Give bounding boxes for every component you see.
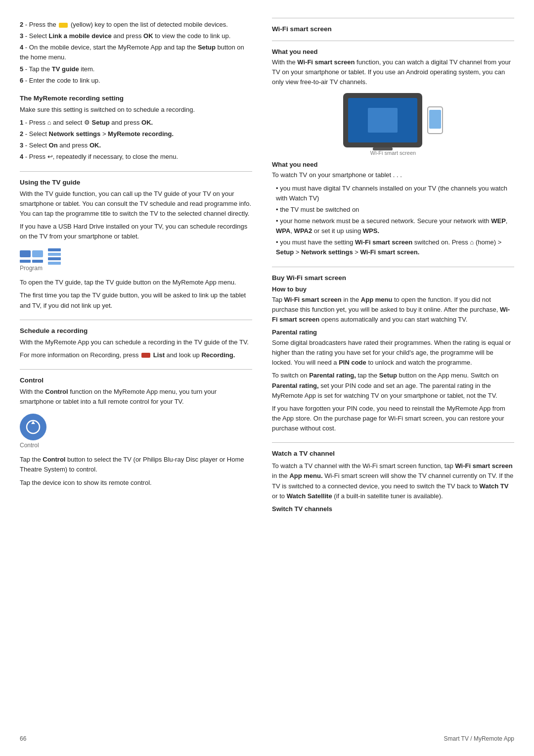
wifi-para1: With the Wi-Fi smart screen function, yo… [272, 57, 514, 87]
wifi-divider-1 [272, 41, 514, 41]
wifi-bullet-4: you must have the setting Wi-Fi smart sc… [272, 237, 514, 257]
tv-stand [373, 147, 393, 150]
prog-line5 [48, 257, 61, 260]
divider-1 [20, 171, 252, 172]
myremote-item-4: 4 - Press ↩, repeatedly if necessary, to… [20, 152, 252, 162]
parental-para3: If you have forgotten your PIN code, you… [272, 404, 514, 433]
intro-item-3: 3 - Select Link a mobile device and pres… [20, 31, 252, 41]
intro-section: 2 - Press the (yellow) key to open the l… [20, 20, 252, 86]
schedule-section: Schedule a recording With the MyRemote A… [20, 327, 252, 360]
divider-3 [20, 369, 252, 370]
prog-sq2 [32, 250, 43, 257]
buy-wifi-section: Buy Wi-Fi smart screen How to buy Tap Wi… [272, 274, 514, 434]
prog-line2 [32, 260, 43, 263]
yellow-key-icon [59, 23, 68, 28]
phone-device [427, 106, 443, 134]
page-footer: 66 Smart TV / MyRemote App [20, 735, 514, 742]
control-label: Control [20, 442, 39, 449]
wifi-what-title: What you need [272, 48, 514, 55]
buy-wifi-title: Buy Wi-Fi smart screen [272, 274, 514, 282]
myremote-section: The MyRemote recording setting Make sure… [20, 94, 252, 162]
parental-para1: Some digital broadcasters have rated the… [272, 338, 514, 368]
svg-marker-1 [31, 421, 35, 424]
how-to-buy-para: Tap Wi-Fi smart screen in the App menu t… [272, 295, 514, 325]
tv-guide-para2: If you have a USB Hard Drive installed o… [20, 222, 252, 241]
red-key-icon [141, 353, 150, 358]
tv-illustration-inner [343, 93, 443, 147]
program-icon-block: Program [20, 248, 252, 275]
tv-guide-para4: The first time you tap the TV guide butt… [20, 290, 252, 310]
intro-item-2: 2 - Press the (yellow) key to open the l… [20, 20, 252, 30]
control-para3: Tap the device icon to show its remote c… [20, 478, 252, 488]
tv-guide-section: Using the TV guide With the TV guide fun… [20, 179, 252, 311]
how-to-buy-title: How to buy [272, 285, 514, 293]
wifi-what-sub: What you need [272, 161, 514, 168]
myremote-title: The MyRemote recording setting [20, 94, 252, 102]
schedule-para1: With the MyRemote App you can schedule a… [20, 337, 252, 347]
watch-section: Watch a TV channel To watch a TV channel… [272, 450, 514, 513]
tv-guide-para1: With the TV guide function, you can call… [20, 189, 252, 219]
parental-rating-title: Parental rating [272, 329, 514, 336]
control-icon-block: Control [20, 414, 252, 452]
schedule-title: Schedule a recording [20, 327, 252, 334]
intro-item-5: 5 - Tap the TV guide item. [20, 64, 252, 74]
intro-item-6: 6 - Enter the code to link up. [20, 76, 252, 86]
intro-list: 2 - Press the (yellow) key to open the l… [20, 20, 252, 86]
wifi-bullets: you must have digital TV channels instal… [272, 184, 514, 258]
prog-line4 [48, 253, 61, 256]
program-icon [20, 248, 61, 265]
wifi-bullet-1: you must have digital TV channels instal… [272, 184, 514, 203]
tv-illustration: Wi-Fi smart screen [272, 93, 514, 156]
prog-line3 [48, 248, 61, 251]
prog-line1 [20, 260, 31, 263]
watch-para1: To watch a TV channel with the Wi-Fi sma… [272, 461, 514, 501]
divider-2 [20, 320, 252, 320]
control-icon-svg [25, 419, 41, 435]
wifi-to-watch: To watch TV on your smartphone or tablet… [272, 170, 514, 180]
program-label: Program [20, 265, 43, 272]
tv-guide-title: Using the TV guide [20, 179, 252, 186]
myremote-list: 1 - Press ⌂ and select ⚙ Setup and press… [20, 118, 252, 162]
left-column: 2 - Press the (yellow) key to open the l… [20, 18, 267, 736]
watch-title: Watch a TV channel [272, 450, 514, 457]
tv-image-label: Wi-Fi smart screen [370, 150, 416, 156]
myremote-intro: Make sure this setting is switched on to… [20, 105, 252, 115]
tv-screen [348, 98, 417, 142]
tv-guide-para3: To open the TV guide, tap the TV guide b… [20, 278, 252, 287]
myremote-item-1: 1 - Press ⌂ and select ⚙ Setup and press… [20, 118, 252, 128]
wifi-bullet-3: your home network must be a secured netw… [272, 216, 514, 236]
page-number: 66 [20, 735, 26, 742]
footer-right: Smart TV / MyRemote App [444, 735, 515, 742]
myremote-item-3: 3 - Select On and press OK. [20, 141, 252, 150]
parental-para2: To switch on Parental rating, tap the Se… [272, 371, 514, 400]
control-title: Control [20, 377, 252, 384]
item-2-text: 2 - Press the (yellow) key to open the l… [20, 21, 228, 28]
schedule-para2: For more information on Recording, press… [20, 350, 252, 360]
control-icon-circle [20, 414, 46, 440]
right-column: Wi-Fi smart screen What you need With th… [267, 18, 514, 736]
wifi-bullet-2: the TV must be switched on [272, 205, 514, 215]
prog-line6 [48, 262, 61, 265]
control-para1: With the Control function on the MyRemot… [20, 387, 252, 407]
right-divider-top [272, 18, 514, 18]
myremote-item-2: 2 - Select Network settings > MyRemote r… [20, 129, 252, 139]
control-section: Control With the Control function on the… [20, 377, 252, 488]
phone-screen [429, 110, 441, 129]
tv-monitor [343, 93, 422, 147]
switch-channels-title: Switch TV channels [272, 505, 514, 513]
wifi-section: Wi-Fi smart screen What you need With th… [272, 25, 514, 258]
buy-wifi-divider [272, 267, 514, 267]
prog-sq1 [20, 250, 31, 257]
intro-item-4: 4 - On the mobile device, start the MyRe… [20, 43, 252, 62]
tv-screen-content [368, 108, 398, 133]
wifi-title: Wi-Fi smart screen [272, 25, 514, 33]
watch-divider [272, 442, 514, 443]
control-para2: Tap the Control button to select the TV … [20, 455, 252, 474]
